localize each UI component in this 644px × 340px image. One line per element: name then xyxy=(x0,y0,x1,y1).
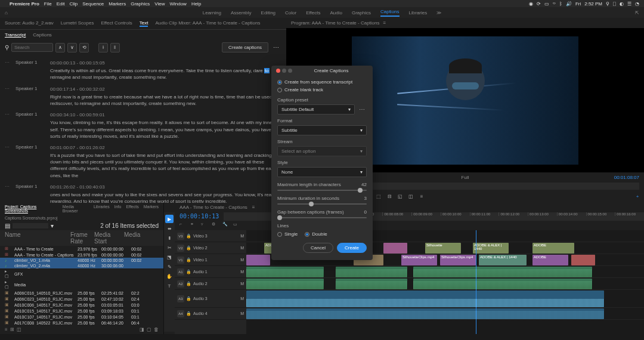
list-item[interactable]: ▣ A017C008_140522_R1JC.mov 25.00 fps 06:… xyxy=(0,320,163,325)
next-btn[interactable]: ∨ xyxy=(67,43,77,52)
track-toggle[interactable]: A3 xyxy=(177,295,184,302)
icon-view-btn[interactable]: ⊞ xyxy=(10,327,14,332)
menu-file[interactable]: File xyxy=(44,1,52,7)
list-view-btn[interactable]: ≡ xyxy=(5,327,8,332)
track-mute-icon[interactable]: M xyxy=(240,246,244,250)
preset-select[interactable]: Subtitle Default ▾ xyxy=(277,104,355,115)
wifi-icon[interactable]: ⌔ xyxy=(553,1,556,7)
transcript-text[interactable]: Right now is a great time to create beca… xyxy=(50,94,281,107)
tab-effect-controls[interactable]: Effect Controls xyxy=(101,20,132,27)
tab-media-browser[interactable]: Media Browser xyxy=(63,205,89,213)
clip[interactable] xyxy=(246,255,270,265)
track-lock-icon[interactable]: 🔒 xyxy=(186,282,191,286)
opt-from-transcript[interactable]: Create from sequence transcript xyxy=(277,78,367,86)
drag-handle-icon[interactable]: ⋯ xyxy=(5,112,11,140)
col-framerate[interactable]: Frame Rate xyxy=(70,231,94,245)
filter-icon[interactable]: ▾ xyxy=(51,222,54,229)
track-toggle[interactable]: A2 xyxy=(177,280,184,288)
track-lock-icon[interactable]: 🔒 xyxy=(186,296,191,301)
track-lock-icon[interactable]: 🔒 xyxy=(186,246,191,251)
menu-sequence[interactable]: Sequence xyxy=(82,1,104,7)
caption-btn[interactable]: ▭ xyxy=(233,222,242,229)
clip[interactable] xyxy=(246,279,324,289)
drag-handle-icon[interactable]: ⋯ xyxy=(5,144,11,179)
track-mute-icon[interactable]: M xyxy=(240,234,244,238)
tab-audio-mixer[interactable]: Audio Clip Mixer: AAA - Time to Create -… xyxy=(155,20,260,27)
tab-info[interactable]: Info xyxy=(114,205,122,213)
track-lock-icon[interactable]: 🔒 xyxy=(186,234,191,239)
compare-btn[interactable]: ◫ xyxy=(407,192,415,200)
clip[interactable]: ADOBE & ALEX | 1440 xyxy=(479,255,527,265)
bin-icon[interactable]: ▤ xyxy=(5,222,10,229)
create-button[interactable]: Create xyxy=(337,243,367,253)
clip[interactable] xyxy=(383,243,407,254)
col-mediaend[interactable]: Media xyxy=(124,231,142,245)
radio-icon[interactable] xyxy=(277,80,282,85)
list-item[interactable]: ♪ climber_VO_2.m4a 48000 Hz 30:00:06:00 xyxy=(0,263,163,268)
clip[interactable]: ADOBE xyxy=(532,243,574,254)
drag-handle-icon[interactable]: ⋯ xyxy=(5,60,11,81)
menubar-time[interactable]: 2:52 PM xyxy=(584,1,602,7)
maxlen-slider[interactable] xyxy=(277,190,367,191)
snap-btn[interactable]: ⌐ xyxy=(179,222,188,229)
format-select[interactable]: Subtitle ▾ xyxy=(277,125,367,135)
tab-text[interactable]: Text xyxy=(140,20,148,27)
marker-btn[interactable]: ▿ xyxy=(201,222,209,229)
split-btn[interactable]: ⫲ xyxy=(98,43,108,52)
track-a4[interactable] xyxy=(246,308,644,320)
ws-editing[interactable]: Editing xyxy=(261,10,275,16)
lines-single[interactable]: Single xyxy=(277,230,298,238)
radio-icon[interactable] xyxy=(277,88,282,92)
list-item[interactable]: ▣ A006C016_140510_R1JC.mov 25.00 fps 02:… xyxy=(0,290,163,296)
clip[interactable]: ADOBE xyxy=(532,255,568,265)
clip[interactable] xyxy=(336,279,407,289)
track-lock-icon[interactable]: 🔒 xyxy=(186,258,191,262)
track-header[interactable]: A1 🔒 Audio 1 M xyxy=(175,266,246,278)
close-icon[interactable] xyxy=(276,69,280,73)
sync-icon[interactable]: ⟳ xyxy=(537,1,541,7)
list-item[interactable]: ▣ A010C107_140517_R1JC.mov 25.00 fps 03:… xyxy=(0,314,163,320)
gap-slider[interactable] xyxy=(277,217,367,218)
track-toggle[interactable]: A1 xyxy=(177,268,184,276)
list-item[interactable]: ⊞ AAA - Time to Create - Captions 23.976… xyxy=(0,252,163,258)
list-item[interactable]: ▸ ▢ Media xyxy=(0,279,163,290)
freeform-btn[interactable]: ◫ xyxy=(17,327,21,332)
clip[interactable]: Silhouette xyxy=(425,243,461,254)
track-toggle[interactable]: V2 xyxy=(177,245,184,252)
timeline-playhead[interactable] xyxy=(476,230,476,334)
drag-handle-icon[interactable]: ⋯ xyxy=(5,86,11,107)
list-item[interactable]: ▣ A010C006_140517_R1JC.mov 25.00 fps 03:… xyxy=(0,302,163,308)
selection-tool[interactable]: ▶ xyxy=(165,215,174,223)
fit-dropdown[interactable]: Full xyxy=(462,175,469,180)
add-btn[interactable]: + xyxy=(633,192,642,200)
clip[interactable] xyxy=(246,308,604,319)
menu-clip[interactable]: Clip xyxy=(70,1,78,7)
tab-markers[interactable]: Markers xyxy=(144,205,159,213)
menu-view[interactable]: View xyxy=(154,1,165,7)
tab-project[interactable]: Project: Captions Screenshots xyxy=(5,205,58,213)
ws-captions[interactable]: Captions xyxy=(380,9,400,17)
transcript-list[interactable]: ⋯ Speaker 1 00:00:00:13 - 00:00:15:05 Cr… xyxy=(0,55,286,203)
track-header[interactable]: A2 🔒 Audio 2 M xyxy=(175,278,246,290)
subtab-captions[interactable]: Captions xyxy=(33,32,52,38)
tab-source[interactable]: Source: Audio 2_2.wav xyxy=(5,20,54,27)
mindur-value[interactable]: 3 xyxy=(364,196,367,201)
track-mute-icon[interactable]: M xyxy=(240,282,244,286)
extract-btn[interactable]: ⊟ xyxy=(385,192,394,200)
settings-btn[interactable]: ≡ xyxy=(417,192,426,200)
transcript-row[interactable]: ⋯ Speaker 1 00:00:34:10 - 00:00:59:01 Yo… xyxy=(5,109,281,142)
app-name[interactable]: Premiere Pro xyxy=(10,1,39,7)
ws-libraries[interactable]: Libraries xyxy=(409,10,428,16)
slip-tool[interactable]: ⬔ xyxy=(165,253,174,261)
cancel-button[interactable]: Cancel xyxy=(303,243,333,253)
ws-audio[interactable]: Audio xyxy=(330,10,342,16)
menu-edit[interactable]: Edit xyxy=(57,1,65,7)
ws-assembly[interactable]: Assembly xyxy=(231,10,252,16)
track-lock-icon[interactable]: 🔒 xyxy=(186,311,191,316)
pen-tool[interactable]: ✎ xyxy=(165,262,174,271)
project-search[interactable] xyxy=(13,223,48,228)
transcript-row[interactable]: ⋯ Speaker 1 00:01:00:07 - 00:01:26:02 It… xyxy=(5,142,281,181)
tab-libraries[interactable]: Libraries xyxy=(94,205,110,213)
control-center-icon[interactable]: ⎕ xyxy=(613,1,616,7)
transcript-row[interactable]: ⋯ Speaker 1 00:00:17:14 - 00:00:32:02 Ri… xyxy=(5,84,281,110)
